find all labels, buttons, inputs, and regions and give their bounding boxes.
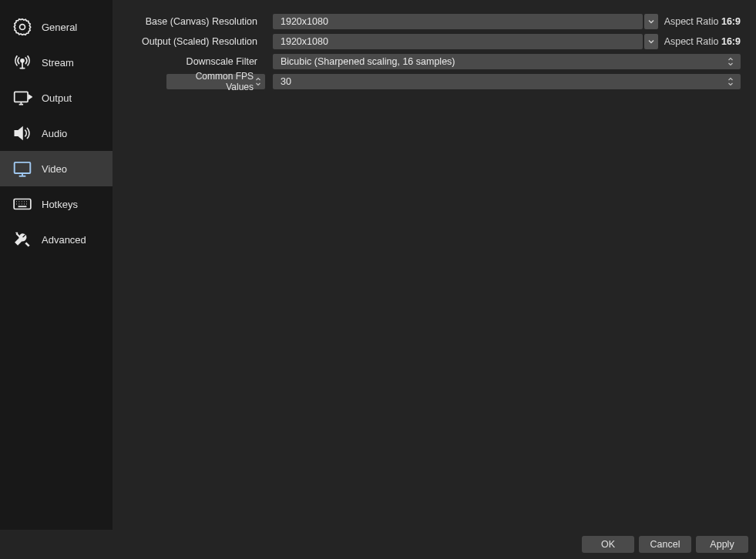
sidebar-item-hotkeys[interactable]: Hotkeys [0, 186, 113, 222]
sidebar-item-label: Audio [42, 128, 67, 139]
base-resolution-dropdown[interactable] [644, 14, 658, 29]
svg-rect-2 [15, 92, 28, 102]
sidebar-item-audio[interactable]: Audio [0, 115, 113, 151]
svg-rect-4 [14, 199, 31, 209]
fps-type-spinner[interactable]: Common FPS Values [166, 74, 265, 89]
sidebar-item-label: Advanced [42, 234, 86, 246]
gear-icon [11, 15, 34, 38]
output-icon [11, 86, 34, 109]
monitor-icon [11, 157, 34, 180]
apply-button[interactable]: Apply [696, 536, 748, 553]
fps-value-select[interactable]: 30 [273, 74, 741, 89]
updown-icon [725, 74, 736, 89]
output-aspect-label: Aspect Ratio 16:9 [664, 36, 741, 47]
fps-type-label: Common FPS Values [128, 74, 265, 89]
base-resolution-select[interactable]: 1920x1080 [273, 14, 643, 29]
sidebar-item-label: General [42, 22, 77, 33]
video-settings-panel: Base (Canvas) Resolution 1920x1080 Aspec… [113, 0, 756, 530]
sidebar-item-label: Hotkeys [42, 199, 78, 210]
output-resolution-select[interactable]: 1920x1080 [273, 34, 643, 49]
base-aspect-label: Aspect Ratio 16:9 [664, 16, 741, 27]
updown-icon [725, 54, 736, 69]
output-resolution-label: Output (Scaled) Resolution [128, 36, 265, 47]
tools-icon [11, 228, 34, 251]
downscale-filter-label: Downscale Filter [128, 56, 265, 67]
dialog-footer: OK Cancel Apply [0, 530, 756, 559]
updown-icon [254, 76, 262, 87]
ok-button[interactable]: OK [582, 536, 634, 553]
sidebar-item-stream[interactable]: Stream [0, 45, 113, 80]
output-resolution-dropdown[interactable] [644, 34, 658, 49]
base-resolution-label: Base (Canvas) Resolution [128, 16, 265, 27]
speaker-icon [11, 122, 34, 145]
sidebar-item-label: Video [42, 163, 67, 175]
downscale-filter-select[interactable]: Bicubic (Sharpened scaling, 16 samples) [273, 54, 741, 69]
antenna-icon [11, 51, 34, 74]
svg-point-0 [20, 25, 25, 30]
settings-sidebar: General Stream [0, 0, 113, 530]
sidebar-item-video[interactable]: Video [0, 151, 113, 186]
sidebar-item-general[interactable]: General [0, 9, 113, 45]
sidebar-item-output[interactable]: Output [0, 80, 113, 115]
sidebar-item-label: Output [42, 92, 72, 104]
keyboard-icon [11, 192, 34, 216]
svg-rect-3 [15, 162, 31, 173]
cancel-button[interactable]: Cancel [639, 536, 691, 553]
sidebar-item-label: Stream [42, 57, 74, 69]
sidebar-item-advanced[interactable]: Advanced [0, 222, 113, 257]
